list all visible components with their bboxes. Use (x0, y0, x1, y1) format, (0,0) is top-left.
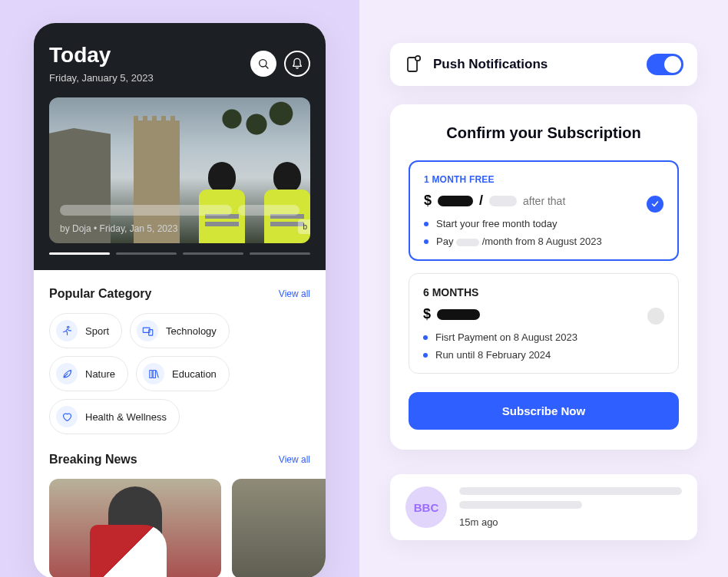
bell-icon (291, 58, 303, 70)
subscribe-button[interactable]: Subscribe Now (409, 392, 679, 430)
svg-point-2 (67, 326, 69, 328)
page-title: Today (49, 43, 154, 68)
plan-badge: 1 MONTH FREE (424, 174, 663, 185)
plan-price: $ / after that (424, 193, 663, 209)
hero: Today Friday, January 5, 2023 (34, 23, 326, 270)
plan-bullet: Run until 8 February 2024 (423, 349, 664, 361)
svg-rect-5 (149, 370, 151, 378)
news-card[interactable] (232, 479, 326, 577)
push-notifications-card: Push Notifications (390, 43, 697, 86)
view-all-breaking[interactable]: View all (279, 454, 310, 465)
hero-next-chip: b (298, 219, 310, 234)
subscription-title: Confirm your Subscription (409, 124, 679, 142)
feed-time: 15m ago (459, 516, 682, 528)
notifications-button[interactable] (284, 51, 310, 77)
chip-sport[interactable]: Sport (49, 313, 122, 348)
chip-label: Sport (85, 325, 109, 337)
phone-badge-icon (404, 55, 422, 74)
pager-dot[interactable] (49, 252, 110, 255)
svg-point-8 (415, 56, 420, 61)
chip-label: Technology (166, 325, 217, 337)
plan-price: $ (423, 306, 664, 322)
chip-nature[interactable]: Nature (49, 356, 128, 391)
hero-headline-skeleton (60, 205, 299, 216)
pager-dot[interactable] (116, 252, 177, 255)
run-icon (56, 320, 78, 341)
svg-line-1 (266, 66, 268, 68)
devices-icon (137, 320, 158, 341)
news-card[interactable] (49, 479, 221, 577)
section-title-popular: Popular Category (49, 287, 151, 301)
phone-mockup: Today Friday, January 5, 2023 (34, 23, 326, 577)
books-icon (143, 363, 164, 384)
push-toggle[interactable] (647, 54, 683, 75)
feed-title-skeleton (459, 487, 682, 495)
chip-education[interactable]: Education (136, 356, 230, 391)
push-label: Push Notifications (433, 57, 636, 72)
chip-label: Education (172, 368, 217, 380)
plan-six-months[interactable]: 6 MONTHS $ Fisrt Payment on 8 August 202… (409, 273, 679, 374)
check-icon (650, 199, 660, 209)
pager-dot[interactable] (250, 252, 310, 255)
avatar: BBC (405, 486, 447, 528)
svg-rect-6 (153, 370, 155, 378)
chip-label: Nature (85, 368, 115, 380)
feed-item[interactable]: BBC 15m ago (390, 474, 697, 540)
plan-radio-unselected[interactable] (647, 308, 664, 325)
view-all-popular[interactable]: View all (279, 288, 310, 299)
plan-radio-selected[interactable] (647, 196, 663, 213)
search-button[interactable] (250, 51, 276, 77)
plan-bullet: Fisrt Payment on 8 August 2023 (423, 331, 664, 343)
chip-technology[interactable]: Technology (130, 313, 230, 348)
page-date: Friday, January 5, 2023 (49, 72, 154, 84)
hero-meta: by Doja • Friday, Jan 5, 2023 (60, 223, 299, 234)
hero-card[interactable]: by Doja • Friday, Jan 5, 2023 b (49, 97, 310, 243)
subscription-card: Confirm your Subscription 1 MONTH FREE $… (390, 104, 697, 450)
chip-health[interactable]: Health & Wellness (49, 399, 180, 434)
section-title-breaking: Breaking News (49, 453, 137, 467)
chip-label: Health & Wellness (85, 411, 167, 423)
plan-name: 6 MONTHS (423, 286, 664, 298)
feed-subtitle-skeleton (459, 501, 582, 509)
search-icon (257, 58, 270, 70)
pager-dot[interactable] (183, 252, 243, 255)
breaking-news-row (49, 479, 310, 577)
heart-icon (56, 406, 78, 427)
category-chips: Sport Technology Nature (49, 313, 310, 434)
plan-monthly[interactable]: 1 MONTH FREE $ / after that Start your f… (409, 160, 679, 261)
plan-bullet: Start your free month today (424, 218, 663, 229)
leaf-icon (56, 363, 78, 384)
hero-pager[interactable] (49, 252, 310, 255)
plan-bullet: Pay /month from 8 August 2023 (424, 236, 663, 247)
